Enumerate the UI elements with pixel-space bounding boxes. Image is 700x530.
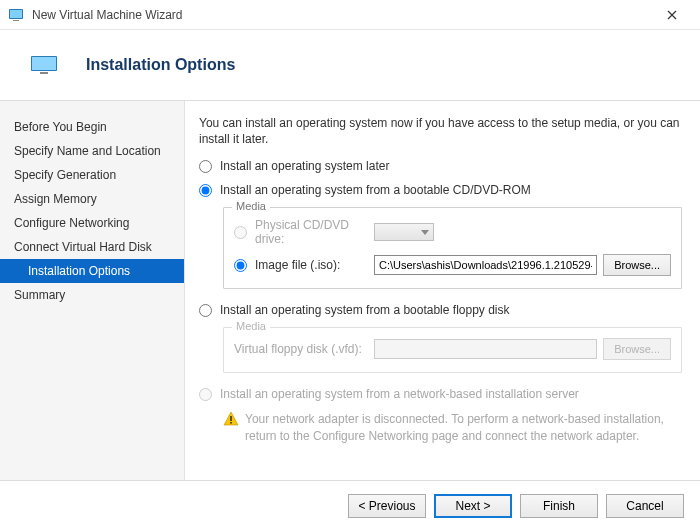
svg-rect-2 xyxy=(13,20,19,21)
page-title: Installation Options xyxy=(86,56,235,74)
next-button[interactable]: Next > xyxy=(434,494,512,518)
window-title: New Virtual Machine Wizard xyxy=(32,8,652,22)
network-warning-text: Your network adapter is disconnected. To… xyxy=(245,411,682,443)
radio-physical-drive xyxy=(234,226,247,239)
step-configure-networking[interactable]: Configure Networking xyxy=(0,211,184,235)
option-install-cd[interactable]: Install an operating system from a boota… xyxy=(199,183,682,197)
step-before-you-begin[interactable]: Before You Begin xyxy=(0,115,184,139)
physical-drive-option[interactable]: Physical CD/DVD drive: xyxy=(234,218,374,246)
media-legend-floppy: Media xyxy=(232,320,270,332)
option-install-network: Install an operating system from a netwo… xyxy=(199,387,682,401)
radio-image-file[interactable] xyxy=(234,259,247,272)
media-group-cd: Media Physical CD/DVD drive: Image file … xyxy=(223,207,682,289)
radio-install-later[interactable] xyxy=(199,160,212,173)
finish-button[interactable]: Finish xyxy=(520,494,598,518)
radio-install-cd[interactable] xyxy=(199,184,212,197)
browse-vfd-button: Browse... xyxy=(603,338,671,360)
svg-rect-5 xyxy=(40,72,48,74)
wizard-content: You can install an operating system now … xyxy=(185,101,700,480)
image-path-input[interactable] xyxy=(374,255,597,275)
wizard-steps: Before You Begin Specify Name and Locati… xyxy=(0,101,185,480)
step-installation-options[interactable]: Installation Options xyxy=(0,259,184,283)
option-install-floppy[interactable]: Install an operating system from a boota… xyxy=(199,303,682,317)
step-specify-name[interactable]: Specify Name and Location xyxy=(0,139,184,163)
wizard-header: Installation Options xyxy=(0,30,700,100)
app-icon xyxy=(8,7,24,23)
vfd-label: Virtual floppy disk (.vfd): xyxy=(234,342,374,356)
wizard-footer: < Previous Next > Finish Cancel xyxy=(0,480,700,530)
cancel-button[interactable]: Cancel xyxy=(606,494,684,518)
step-specify-generation[interactable]: Specify Generation xyxy=(0,163,184,187)
image-file-option[interactable]: Image file (.iso): xyxy=(234,258,374,272)
step-assign-memory[interactable]: Assign Memory xyxy=(0,187,184,211)
radio-install-network xyxy=(199,388,212,401)
step-summary[interactable]: Summary xyxy=(0,283,184,307)
physical-drive-select xyxy=(374,223,434,241)
media-legend: Media xyxy=(232,200,270,212)
network-warning: Your network adapter is disconnected. To… xyxy=(223,411,682,443)
option-install-later[interactable]: Install an operating system later xyxy=(199,159,682,173)
monitor-icon xyxy=(30,55,58,75)
titlebar: New Virtual Machine Wizard xyxy=(0,0,700,30)
svg-rect-7 xyxy=(230,422,232,424)
intro-text: You can install an operating system now … xyxy=(199,115,682,147)
media-group-floppy: Media Virtual floppy disk (.vfd): Browse… xyxy=(223,327,682,373)
svg-rect-4 xyxy=(32,57,56,70)
radio-install-floppy[interactable] xyxy=(199,304,212,317)
previous-button[interactable]: < Previous xyxy=(348,494,426,518)
svg-rect-6 xyxy=(230,416,232,421)
svg-rect-1 xyxy=(10,10,22,18)
warning-icon xyxy=(223,411,239,427)
step-connect-vhd[interactable]: Connect Virtual Hard Disk xyxy=(0,235,184,259)
close-button[interactable] xyxy=(652,1,692,29)
vfd-path-input xyxy=(374,339,597,359)
browse-iso-button[interactable]: Browse... xyxy=(603,254,671,276)
